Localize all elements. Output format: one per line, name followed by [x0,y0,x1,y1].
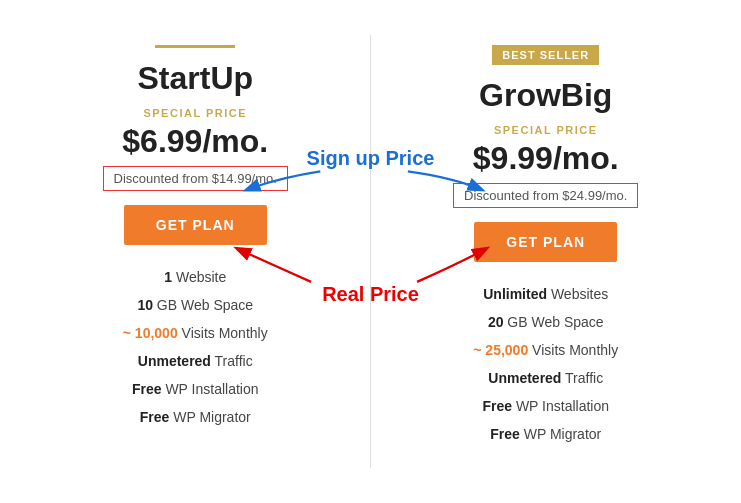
feature-websites-gb-bold: Unlimited [483,286,547,302]
get-plan-button-growbig[interactable]: GET PLAN [474,222,617,262]
discounted-box-startup: Discounted from $14.99/mo. [103,166,288,191]
feature-wp-install-gb: Free WP Installation [473,392,618,420]
feature-wp-migrator-gb: Free WP Migrator [473,420,618,448]
feature-wp-migrator: Free WP Migrator [123,403,268,431]
feature-websites: 1 Website [123,263,268,291]
plan-growbig: BEST SELLER GrowBig SPECIAL PRICE $9.99/… [371,35,721,468]
feature-webspace-gb-bold: 20 [488,314,504,330]
special-price-label-growbig: SPECIAL PRICE [494,124,598,136]
price-growbig: $9.99/mo. [473,140,619,177]
feature-webspace-bold: 10 [137,297,153,313]
pricing-container: StartUp SPECIAL PRICE $6.99/mo. Discount… [21,35,721,468]
feature-websites-bold: 1 [164,269,172,285]
feature-traffic-gb-bold: Unmetered [488,370,561,386]
plan-top-bar [155,45,235,48]
feature-wp-install-bold: Free [132,381,162,397]
feature-wp-migrator-bold: Free [140,409,170,425]
features-growbig: Unlimited Websites 20 GB Web Space ~ 25,… [473,280,618,448]
discounted-box-growbig: Discounted from $24.99/mo. [453,183,638,208]
plan-name-growbig: GrowBig [479,77,612,114]
special-price-label-startup: SPECIAL PRICE [143,107,247,119]
plan-startup: StartUp SPECIAL PRICE $6.99/mo. Discount… [21,35,371,468]
feature-visits: ~ 10,000 Visits Monthly [123,319,268,347]
feature-traffic-gb: Unmetered Traffic [473,364,618,392]
feature-traffic: Unmetered Traffic [123,347,268,375]
feature-websites-gb: Unlimited Websites [473,280,618,308]
features-startup: 1 Website 10 GB Web Space ~ 10,000 Visit… [123,263,268,431]
get-plan-button-startup[interactable]: GET PLAN [124,205,267,245]
price-startup: $6.99/mo. [122,123,268,160]
feature-traffic-bold: Unmetered [138,353,211,369]
feature-visits-highlight: ~ 10,000 [123,325,178,341]
feature-webspace-gb: 20 GB Web Space [473,308,618,336]
feature-wp-migrator-gb-bold: Free [490,426,520,442]
plan-name-startup: StartUp [137,60,253,97]
best-seller-badge: BEST SELLER [492,45,599,65]
feature-visits-gb-highlight: ~ 25,000 [473,342,528,358]
feature-visits-gb: ~ 25,000 Visits Monthly [473,336,618,364]
feature-wp-install-gb-bold: Free [482,398,512,414]
feature-webspace: 10 GB Web Space [123,291,268,319]
feature-wp-install: Free WP Installation [123,375,268,403]
